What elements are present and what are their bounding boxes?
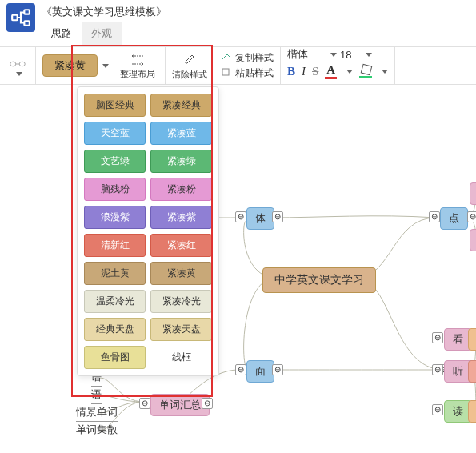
mindmap-canvas[interactable]: 中学英文课文学习 ⊖ 体 ⊖ ⊖ 面 ⊖ ⊖ 点 ⊖ ⊖ 线 ⊖ 情 语 看 ⊖… [0,82,476,453]
collapse-toggle[interactable]: ⊖ [202,398,213,409]
font-size-select[interactable]: 18 [340,49,359,61]
svg-rect-1 [24,10,30,14]
chevron-down-icon [102,64,109,68]
clear-style-label: 清除样式 [172,69,207,81]
chevron-down-icon [16,72,22,76]
collapse-toggle[interactable]: ⊖ [432,364,443,375]
style-option[interactable]: 经典天盘 [84,318,146,341]
node-dian[interactable]: 点 [440,207,468,230]
style-option[interactable]: 浪漫紫 [84,206,146,229]
clear-style-button[interactable] [178,49,201,68]
style-option[interactable]: 线框 [150,346,212,369]
node-kou[interactable]: 口 [468,400,476,423]
fill-color-button[interactable] [359,65,372,78]
expand-collapse-button[interactable] [6,54,29,78]
style-option[interactable]: 泥土黄 [84,262,146,285]
collapse-toggle[interactable]: ⊖ [432,332,443,343]
paste-style-button[interactable]: 粘贴样式 [221,66,274,80]
paste-style-icon [221,67,232,79]
collapse-toggle[interactable]: ⊖ [272,211,283,222]
collapse-toggle[interactable]: ⊖ [429,211,440,222]
collapse-toggle[interactable]: ⊖ [235,364,246,375]
svg-point-4 [19,62,25,66]
collapse-toggle[interactable]: ⊖ [467,211,476,222]
doc-title: 《英文课文学习思维模板》 [42,3,166,21]
arrange-layout-button[interactable]: 整理布局 [117,50,158,82]
style-option[interactable]: 脑残粉 [84,178,146,201]
node-qing[interactable]: 情 [470,182,476,205]
node-center[interactable]: 中学英文课文学习 [262,267,376,293]
font-color-button[interactable]: A [325,63,337,79]
svg-rect-0 [12,15,18,21]
chevron-down-icon [382,70,388,74]
style-option[interactable]: 紧凑紫 [150,206,212,229]
copy-style-icon [221,52,232,64]
node-yu[interactable]: 语 [470,229,476,251]
node-mian[interactable]: 面 [246,360,274,383]
collapse-toggle[interactable]: ⊖ [432,404,443,415]
leaf-label[interactable]: 单词集散 [76,421,118,439]
style-picker-popup: 脑图经典紧凑经典天空蓝紧凑蓝文艺绿紧凑绿脑残粉紧凑粉浪漫紫紧凑紫清新红紧凑红泥土… [77,86,219,376]
node-ting2[interactable]: 听 [468,360,476,383]
style-option[interactable]: 紧凑红 [150,234,212,257]
chevron-down-icon [346,70,353,74]
style-option[interactable]: 紧凑黄 [150,262,212,285]
italic-button[interactable]: I [302,65,306,78]
style-option[interactable]: 天空蓝 [84,122,146,145]
collapse-toggle[interactable]: ⊖ [235,211,246,222]
leaf-label[interactable]: 语 [91,386,102,404]
style-option[interactable]: 紧凑绿 [150,150,212,173]
node-summary[interactable]: 单词汇总 [150,394,210,416]
bold-button[interactable]: B [287,65,295,78]
svg-rect-5 [222,69,229,75]
app-logo [6,3,35,32]
style-option[interactable]: 紧凑经典 [150,94,212,117]
node-pi[interactable]: 匹 [468,328,476,351]
style-option[interactable]: 脑图经典 [84,94,146,117]
node-ti[interactable]: 体 [246,207,274,230]
strike-button[interactable]: S [312,65,318,78]
style-dropdown[interactable]: 紧凑黄 [42,54,109,77]
toolbar: 紧凑黄 整理布局 清除样式 复制样式 粘贴样式 楷体 18 B [0,46,476,85]
copy-style-button[interactable]: 复制样式 [221,51,274,65]
style-option[interactable]: 紧凑天盘 [150,318,212,341]
tab-idea[interactable]: 思路 [42,22,82,45]
collapse-toggle[interactable]: ⊖ [139,398,150,409]
chevron-down-icon [330,53,337,57]
leaf-label[interactable]: 情景单词 [76,403,118,422]
style-option[interactable]: 文艺绿 [84,150,146,173]
style-option[interactable]: 紧凑粉 [150,178,212,201]
collapse-toggle[interactable]: ⊖ [272,364,283,375]
style-option[interactable]: 紧凑蓝 [150,122,212,145]
svg-point-3 [10,62,16,66]
style-option[interactable]: 鱼骨图 [84,346,146,369]
style-option[interactable]: 紧凑冷光 [150,290,212,313]
clear-style-icon [182,50,198,66]
style-option[interactable]: 温柔冷光 [84,290,146,313]
style-option[interactable]: 清新红 [84,234,146,257]
font-family-select[interactable]: 楷体 [287,47,324,62]
svg-rect-2 [24,21,30,25]
tab-look[interactable]: 外观 [82,22,122,45]
chevron-down-icon [366,53,372,57]
